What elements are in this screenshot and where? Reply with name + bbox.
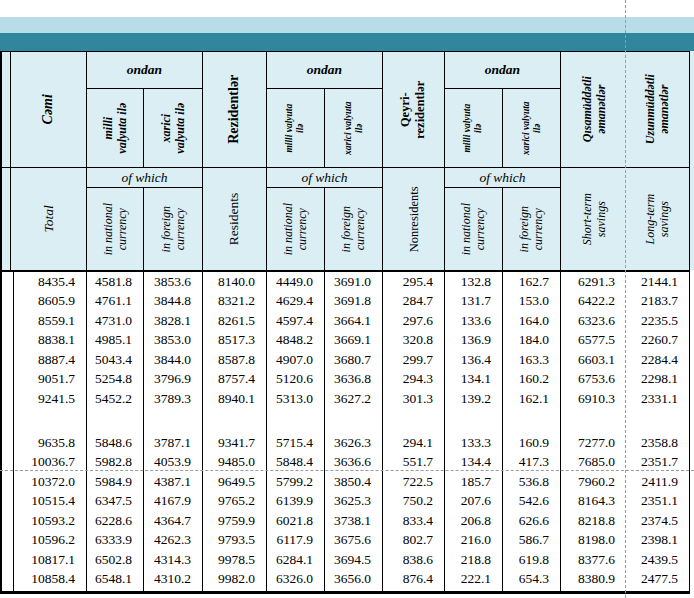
table-cell[interactable]: 2477.5 xyxy=(626,570,689,590)
table-cell[interactable]: 838.6 xyxy=(383,550,445,570)
table-cell[interactable]: 4761.1 xyxy=(87,292,144,312)
table-cell[interactable]: 162.7 xyxy=(503,272,561,292)
header-cell-ondan-3[interactable]: ondan xyxy=(445,52,561,89)
table-cell[interactable]: 5848.6 xyxy=(87,433,144,453)
table-cell[interactable]: 8559.1 xyxy=(11,311,87,331)
table-cell[interactable]: 4449.0 xyxy=(267,272,325,292)
table-cell[interactable]: 8587.8 xyxy=(203,350,267,370)
table-cell[interactable]: 5984.9 xyxy=(87,472,144,492)
table-cell[interactable]: 3844.8 xyxy=(144,292,203,312)
table-cell[interactable]: 6422.2 xyxy=(561,292,626,312)
table-cell[interactable]: 3691.8 xyxy=(325,292,383,312)
header-cell-of-which-1[interactable]: of which xyxy=(87,168,203,188)
table-cell[interactable]: 3691.0 xyxy=(325,272,383,292)
table-cell[interactable]: 8218.8 xyxy=(561,511,626,531)
table-cell[interactable]: 3625.3 xyxy=(325,492,383,512)
table-cell[interactable]: 7277.0 xyxy=(561,433,626,453)
table-cell[interactable] xyxy=(383,589,445,591)
table-cell[interactable] xyxy=(445,589,503,591)
table-cell[interactable]: 222.1 xyxy=(445,570,503,590)
table-cell[interactable] xyxy=(503,409,561,434)
table-cell[interactable]: 2183.7 xyxy=(626,292,689,312)
table-cell[interactable]: 3850.4 xyxy=(325,472,383,492)
table-cell[interactable]: 184.0 xyxy=(503,331,561,351)
table-cell[interactable]: 3626.3 xyxy=(325,433,383,453)
table-cell[interactable]: 136.9 xyxy=(445,331,503,351)
table-cell[interactable]: 9982.0 xyxy=(203,570,267,590)
table-cell[interactable]: 8321.2 xyxy=(203,292,267,312)
table-cell[interactable]: 8517.3 xyxy=(203,331,267,351)
table-cell[interactable]: 9978.5 xyxy=(203,550,267,570)
table-cell[interactable] xyxy=(445,409,503,434)
table-cell[interactable]: 586.7 xyxy=(503,531,561,551)
table-cell[interactable]: 8164.3 xyxy=(561,492,626,512)
header-cell-of-which-3[interactable]: of which xyxy=(445,168,561,188)
header-cell-milli-2[interactable]: milli valyuta ilə xyxy=(267,89,325,168)
table-cell[interactable]: 9759.9 xyxy=(203,511,267,531)
header-cell-in-national-2[interactable]: in national currency xyxy=(267,188,325,270)
table-cell[interactable]: 2411.9 xyxy=(626,472,689,492)
header-cell-empty-en[interactable] xyxy=(2,168,11,270)
table-cell[interactable]: 2260.7 xyxy=(626,331,689,351)
table-cell[interactable]: 3853.6 xyxy=(144,272,203,292)
header-cell-residents[interactable]: Residents xyxy=(203,168,267,270)
table-cell[interactable]: 160.2 xyxy=(503,370,561,390)
table-cell[interactable]: 722.5 xyxy=(383,472,445,492)
table-cell[interactable]: 2284.4 xyxy=(626,350,689,370)
table-cell[interactable]: 6577.5 xyxy=(561,331,626,351)
header-cell-qeyri-rezidentler[interactable]: Qeyri- rezidentlər xyxy=(383,52,445,168)
header-cell-nonresidents[interactable]: Nonresidents xyxy=(383,168,445,270)
table-cell[interactable]: 6326.0 xyxy=(267,570,325,590)
table-cell[interactable]: 8140.0 xyxy=(203,272,267,292)
table-cell[interactable]: 4314.3 xyxy=(144,550,203,570)
table-cell[interactable]: 6910.3 xyxy=(561,389,626,409)
table-cell[interactable]: 4387.1 xyxy=(144,472,203,492)
table-cell[interactable]: 2144.1 xyxy=(626,272,689,292)
table-cell[interactable]: 6548.1 xyxy=(87,570,144,590)
table-cell[interactable]: 163.3 xyxy=(503,350,561,370)
table-cell[interactable]: 9241.5 xyxy=(11,389,87,409)
table-cell[interactable]: 3669.1 xyxy=(325,331,383,351)
table-cell[interactable]: 5120.6 xyxy=(267,370,325,390)
table-cell[interactable]: 4985.1 xyxy=(87,331,144,351)
table-cell[interactable]: 8757.4 xyxy=(203,370,267,390)
table-cell[interactable] xyxy=(267,589,325,591)
table-cell[interactable]: 6333.9 xyxy=(87,531,144,551)
table-cell[interactable]: 8887.4 xyxy=(11,350,87,370)
table-cell[interactable]: 4848.2 xyxy=(267,331,325,351)
header-cell-total[interactable]: Total xyxy=(11,168,87,270)
table-cell[interactable]: 542.6 xyxy=(503,492,561,512)
table-cell[interactable]: 10858.4 xyxy=(11,570,87,590)
table-cell[interactable]: 619.8 xyxy=(503,550,561,570)
table-cell[interactable]: 9765.2 xyxy=(203,492,267,512)
table-cell[interactable]: 6502.8 xyxy=(87,550,144,570)
table-cell[interactable]: 3796.9 xyxy=(144,370,203,390)
header-cell-milli-3[interactable]: milli valyuta ilə xyxy=(445,89,503,168)
table-cell[interactable]: 218.8 xyxy=(445,550,503,570)
table-cell[interactable]: 4364.7 xyxy=(144,511,203,531)
table-cell[interactable]: 6323.6 xyxy=(561,311,626,331)
table-cell[interactable]: 164.0 xyxy=(503,311,561,331)
table-cell[interactable]: 133.6 xyxy=(445,311,503,331)
header-cell-in-national-3[interactable]: in national currency xyxy=(445,188,503,270)
table-cell[interactable]: 6347.5 xyxy=(87,492,144,512)
table-cell[interactable]: 9649.5 xyxy=(203,472,267,492)
table-cell[interactable]: 153.0 xyxy=(503,292,561,312)
table-cell[interactable]: 5254.8 xyxy=(87,370,144,390)
table-cell[interactable]: 8380.9 xyxy=(561,570,626,590)
table-cell[interactable]: 297.6 xyxy=(383,311,445,331)
header-cell-rezidentler[interactable]: Rezidentlər xyxy=(203,52,267,168)
table-cell[interactable]: 8435.4 xyxy=(11,272,87,292)
table-cell[interactable] xyxy=(561,589,626,591)
table-cell[interactable]: 284.7 xyxy=(383,292,445,312)
table-cell[interactable]: 876.4 xyxy=(383,570,445,590)
table-cell[interactable]: 132.8 xyxy=(445,272,503,292)
header-cell-in-foreign-1[interactable]: in foreign currency xyxy=(144,188,203,270)
table-cell[interactable]: 3656.0 xyxy=(325,570,383,590)
table-cell[interactable] xyxy=(325,589,383,591)
table-cell[interactable]: 2235.5 xyxy=(626,311,689,331)
table-cell[interactable]: 5452.2 xyxy=(87,389,144,409)
table-cell[interactable]: 9793.5 xyxy=(203,531,267,551)
table-cell[interactable]: 8940.1 xyxy=(203,389,267,409)
table-cell[interactable] xyxy=(626,589,689,591)
